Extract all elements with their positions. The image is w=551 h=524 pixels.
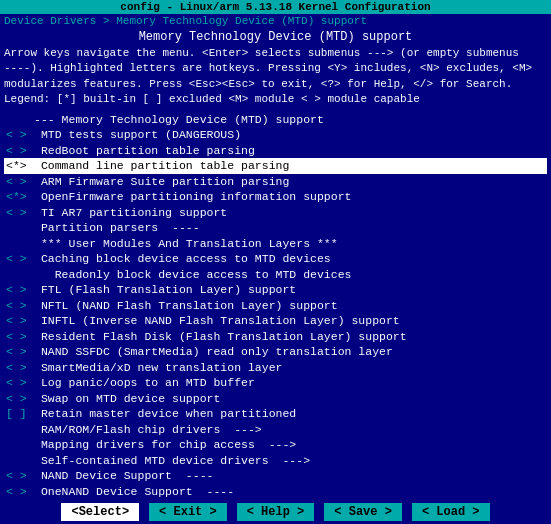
menu-item-12[interactable]: < > NFTL (NAND Flash Translation Layer) …: [4, 298, 547, 314]
footer: <Select>< Exit >< Help >< Save >< Load >: [0, 499, 551, 524]
menu-item-19[interactable]: [ ] Retain master device when partitione…: [4, 406, 547, 422]
item-prefix-10: [6, 267, 34, 283]
item-label-24: OneNAND Device Support ----: [34, 484, 234, 497]
breadcrumb: Device Drivers > Memory Technology Devic…: [0, 14, 551, 28]
item-prefix-3: <*>: [6, 158, 34, 174]
menu-item-13[interactable]: < > INFTL (Inverse NAND Flash Translatio…: [4, 313, 547, 329]
menu-item-7[interactable]: Partition parsers ----: [4, 220, 547, 236]
item-label-21: Mapping drivers for chip access --->: [34, 437, 296, 453]
menu-item-8[interactable]: *** User Modules And Translation Layers …: [4, 236, 547, 252]
menu-item-21[interactable]: Mapping drivers for chip access --->: [4, 437, 547, 453]
title-bar: config - Linux/arm 5.13.18 Kernel Config…: [0, 0, 551, 14]
footer-btn-2[interactable]: < Help >: [237, 503, 315, 521]
item-label-9: Caching block device access to MTD devic…: [34, 251, 331, 267]
item-label-8: *** User Modules And Translation Layers …: [34, 236, 338, 252]
menu-item-14[interactable]: < > Resident Flash Disk (Flash Translati…: [4, 329, 547, 345]
menu-item-11[interactable]: < > FTL (Flash Translation Layer) suppor…: [4, 282, 547, 298]
item-label-23: NAND Device Support ----: [34, 468, 213, 484]
item-prefix-8: [6, 236, 34, 252]
item-label-19: Retain master device when partitioned: [34, 406, 296, 422]
item-prefix-1: < >: [6, 127, 34, 143]
item-prefix-15: < >: [6, 344, 34, 360]
menu-item-18[interactable]: < > Swap on MTD device support: [4, 391, 547, 407]
menu-item-3[interactable]: <*> Command line partition table parsing: [4, 158, 547, 174]
item-prefix-19: [ ]: [6, 406, 34, 422]
main-container: Memory Technology Device (MTD) support A…: [0, 28, 551, 499]
item-prefix-17: < >: [6, 375, 34, 391]
item-prefix-0: [6, 112, 34, 128]
item-label-17: Log panic/oops to an MTD buffer: [34, 375, 255, 391]
item-label-1: MTD tests support (DANGEROUS): [34, 127, 241, 143]
item-prefix-13: < >: [6, 313, 34, 329]
item-prefix-7: [6, 220, 34, 236]
page-title: Memory Technology Device (MTD) support: [4, 30, 547, 44]
menu-item-17[interactable]: < > Log panic/oops to an MTD buffer: [4, 375, 547, 391]
menu-item-2[interactable]: < > RedBoot partition table parsing: [4, 143, 547, 159]
help-text: Arrow keys navigate the menu. <Enter> se…: [4, 46, 547, 108]
item-prefix-18: < >: [6, 391, 34, 407]
menu-item-1[interactable]: < > MTD tests support (DANGEROUS): [4, 127, 547, 143]
menu-item-5[interactable]: <*> OpenFirmware partitioning informatio…: [4, 189, 547, 205]
footer-btn-4[interactable]: < Load >: [412, 503, 490, 521]
item-label-13: INFTL (Inverse NAND Flash Translation La…: [34, 313, 400, 329]
item-prefix-16: < >: [6, 360, 34, 376]
item-label-3: Command line partition table parsing: [34, 158, 289, 174]
item-prefix-20: [6, 422, 34, 438]
item-label-0: --- Memory Technology Device (MTD) suppo…: [34, 112, 324, 128]
menu-item-22[interactable]: Self-contained MTD device drivers --->: [4, 453, 547, 469]
menu-item-9[interactable]: < > Caching block device access to MTD d…: [4, 251, 547, 267]
item-prefix-24: < >: [6, 484, 34, 497]
help-line-3: modularizes features. Press <Esc><Esc> t…: [4, 77, 547, 92]
item-label-10: Readonly block device access to MTD devi…: [34, 267, 351, 283]
item-prefix-11: < >: [6, 282, 34, 298]
item-prefix-22: [6, 453, 34, 469]
item-prefix-5: <*>: [6, 189, 34, 205]
item-prefix-4: < >: [6, 174, 34, 190]
menu-list: --- Memory Technology Device (MTD) suppo…: [4, 112, 547, 497]
item-label-15: NAND SSFDC (SmartMedia) read only transl…: [34, 344, 393, 360]
item-label-4: ARM Firmware Suite partition parsing: [34, 174, 289, 190]
item-prefix-23: < >: [6, 468, 34, 484]
item-prefix-6: < >: [6, 205, 34, 221]
footer-btn-1[interactable]: < Exit >: [149, 503, 227, 521]
menu-item-15[interactable]: < > NAND SSFDC (SmartMedia) read only tr…: [4, 344, 547, 360]
item-label-18: Swap on MTD device support: [34, 391, 220, 407]
menu-item-20[interactable]: RAM/ROM/Flash chip drivers --->: [4, 422, 547, 438]
item-label-2: RedBoot partition table parsing: [34, 143, 255, 159]
item-prefix-2: < >: [6, 143, 34, 159]
item-label-5: OpenFirmware partitioning information su…: [34, 189, 351, 205]
menu-item-23[interactable]: < > NAND Device Support ----: [4, 468, 547, 484]
item-label-22: Self-contained MTD device drivers --->: [34, 453, 310, 469]
item-prefix-12: < >: [6, 298, 34, 314]
item-prefix-21: [6, 437, 34, 453]
item-label-7: Partition parsers ----: [34, 220, 200, 236]
item-label-6: TI AR7 partitioning support: [34, 205, 227, 221]
menu-item-0[interactable]: --- Memory Technology Device (MTD) suppo…: [4, 112, 547, 128]
menu-item-16[interactable]: < > SmartMedia/xD new translation layer: [4, 360, 547, 376]
menu-item-4[interactable]: < > ARM Firmware Suite partition parsing: [4, 174, 547, 190]
item-label-20: RAM/ROM/Flash chip drivers --->: [34, 422, 262, 438]
item-label-12: NFTL (NAND Flash Translation Layer) supp…: [34, 298, 338, 314]
menu-item-24[interactable]: < > OneNAND Device Support ----: [4, 484, 547, 497]
item-label-14: Resident Flash Disk (Flash Translation L…: [34, 329, 407, 345]
item-prefix-14: < >: [6, 329, 34, 345]
item-label-16: SmartMedia/xD new translation layer: [34, 360, 282, 376]
help-line-4: Legend: [*] built-in [ ] excluded <M> mo…: [4, 92, 547, 107]
help-line-1: Arrow keys navigate the menu. <Enter> se…: [4, 46, 547, 61]
menu-item-10[interactable]: Readonly block device access to MTD devi…: [4, 267, 547, 283]
item-prefix-9: < >: [6, 251, 34, 267]
help-line-2: ----). Highlighted letters are hotkeys. …: [4, 61, 547, 76]
menu-item-6[interactable]: < > TI AR7 partitioning support: [4, 205, 547, 221]
footer-btn-3[interactable]: < Save >: [324, 503, 402, 521]
footer-btn-0[interactable]: <Select>: [61, 503, 139, 521]
item-label-11: FTL (Flash Translation Layer) support: [34, 282, 296, 298]
